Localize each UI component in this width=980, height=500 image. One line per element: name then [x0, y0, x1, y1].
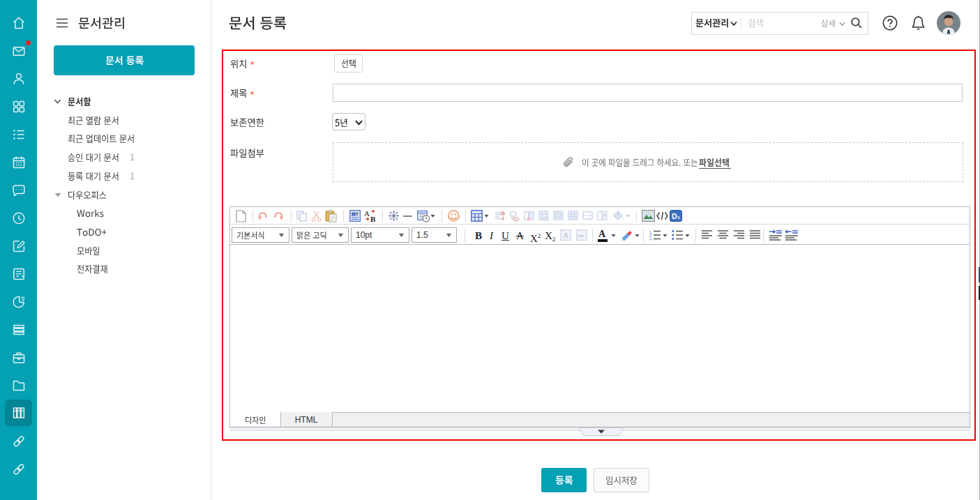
- svg-text:D: D: [672, 212, 677, 220]
- svg-text:s: s: [677, 214, 680, 220]
- svg-text:A: A: [563, 231, 568, 239]
- svg-text:A: A: [364, 209, 370, 218]
- svg-text:B: B: [370, 215, 376, 222]
- svg-text:3: 3: [649, 238, 651, 241]
